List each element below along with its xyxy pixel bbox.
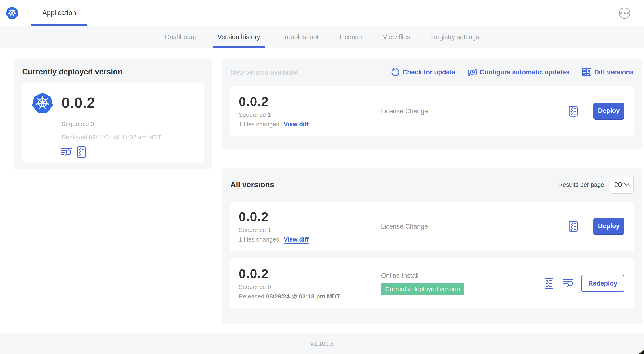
- all-versions-title: All versions: [230, 180, 274, 189]
- preflight-checks-icon[interactable]: [569, 106, 578, 117]
- row-version-number: 0.0.2: [239, 210, 381, 223]
- app-menu-button[interactable]: [619, 8, 630, 19]
- currently-deployed-panel: Currently deployed version 0.0.2 Sequen: [14, 59, 212, 169]
- deploy-button[interactable]: Deploy: [593, 218, 624, 235]
- tab-dashboard[interactable]: Dashboard: [160, 26, 202, 48]
- row-sequence: Sequence 0: [239, 284, 381, 290]
- all-versions-panel: All versions Results per page: 20 0.0.2 …: [222, 168, 642, 324]
- results-per-page-label: Results per page:: [558, 181, 606, 188]
- deployed-timestamp: Deployed 09/11/24 @ 11:02 am MDT: [62, 134, 194, 141]
- row-source: License Change: [381, 223, 569, 230]
- version-row-sequence-1: 0.0.2 Sequence 1 1 files changed View di…: [230, 201, 634, 251]
- view-diff-link[interactable]: View diff: [284, 236, 308, 243]
- app-header: Application: [0, 0, 644, 26]
- preflight-checks-icon[interactable]: [544, 278, 554, 289]
- configure-automatic-updates-link[interactable]: Configure automatic updates: [468, 68, 570, 77]
- view-logs-icon[interactable]: [61, 147, 72, 157]
- app-tab-label: Application: [42, 9, 76, 17]
- new-version-row: 0.0.2 Sequence 1 1 files changed View di…: [230, 86, 634, 136]
- footer: v1.109.3: [0, 333, 644, 354]
- diff-icon: [582, 68, 592, 77]
- kubernetes-logo-icon: [6, 6, 19, 19]
- new-version-panel: New version available Check for update: [222, 59, 642, 149]
- currently-deployed-badge: Currently deployed version: [381, 283, 464, 295]
- row-source: License Change: [381, 108, 569, 115]
- row-version-number: 0.0.2: [239, 95, 381, 108]
- view-logs-icon[interactable]: [562, 279, 574, 288]
- view-diff-link[interactable]: View diff: [284, 121, 308, 128]
- currently-deployed-card: 0.0.2 Sequence 0 Deployed 09/11/24 @ 11:…: [22, 83, 204, 163]
- diff-versions-link[interactable]: Diff versions: [582, 68, 634, 77]
- row-sequence: Sequence 1: [239, 227, 381, 234]
- deployed-version-number: 0.0.2: [62, 95, 95, 111]
- row-files-changed: 1 files changed: [239, 236, 280, 243]
- check-for-update-link[interactable]: Check for update: [391, 68, 455, 77]
- currently-deployed-title: Currently deployed version: [22, 68, 204, 76]
- row-released-timestamp: Released 08/29/24 @ 03:18 pm MDT: [239, 293, 381, 300]
- row-version-number: 0.0.2: [239, 267, 381, 280]
- preflight-checks-icon[interactable]: [569, 221, 578, 232]
- app-icon: [32, 92, 54, 114]
- tab-license[interactable]: License: [334, 26, 367, 48]
- row-files-changed: 1 files changed: [239, 121, 280, 128]
- redeploy-button[interactable]: Redeploy: [581, 275, 624, 292]
- version-row-sequence-0: 0.0.2 Sequence 0 Released 08/29/24 @ 03:…: [230, 258, 634, 308]
- secondary-nav: Dashboard Version history Troubleshoot L…: [0, 26, 644, 48]
- app-tab-application[interactable]: Application: [31, 0, 87, 26]
- tab-version-history[interactable]: Version history: [212, 26, 265, 48]
- app-tab-active-underline: [31, 24, 87, 26]
- cursor-artifact: [638, 350, 644, 354]
- tab-troubleshoot[interactable]: Troubleshoot: [276, 26, 324, 48]
- deploy-button[interactable]: Deploy: [593, 103, 624, 120]
- preflight-checks-icon[interactable]: [77, 146, 86, 158]
- tab-view-files[interactable]: View files: [378, 26, 415, 48]
- row-source: Online Install: [381, 272, 544, 279]
- deployed-sequence: Sequence 0: [62, 121, 194, 128]
- tab-registry-settings[interactable]: Registry settings: [426, 26, 484, 48]
- refresh-icon: [391, 68, 400, 77]
- results-per-page-select[interactable]: 20: [610, 176, 634, 194]
- chevron-down-icon: [624, 183, 629, 186]
- scheduled-update-icon: [468, 68, 477, 77]
- console-version: v1.109.3: [310, 340, 334, 347]
- new-version-title: New version available: [230, 68, 298, 76]
- row-sequence: Sequence 1: [239, 111, 381, 118]
- ellipsis-icon: [620, 12, 622, 14]
